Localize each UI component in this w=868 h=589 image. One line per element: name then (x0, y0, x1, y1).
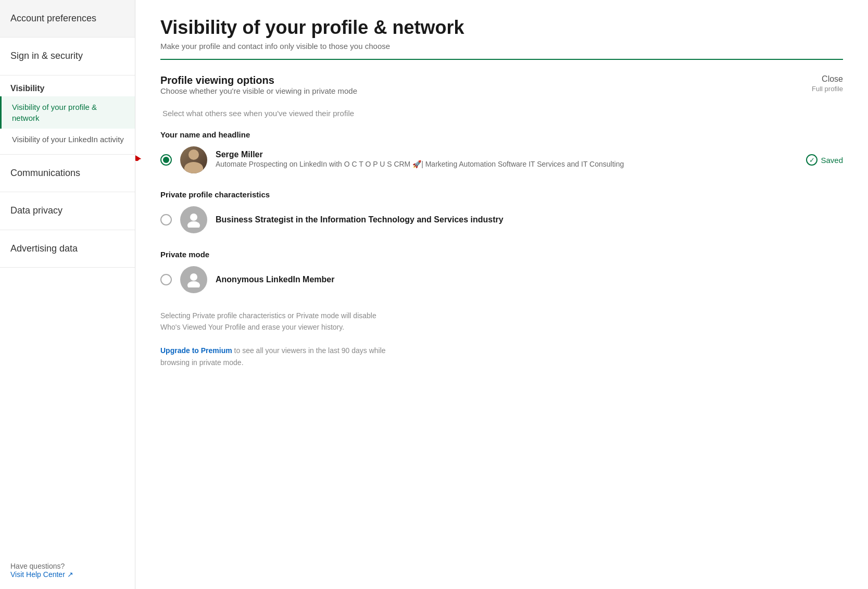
avatar-placeholder-2 (180, 266, 207, 293)
option-info-1: Serge Miller Automate Prospecting on Lin… (216, 150, 798, 170)
option-desc-1: Automate Prospecting on LinkedIn with O … (216, 159, 798, 170)
close-area: Close Full profile (812, 74, 843, 93)
radio-private-mode[interactable] (160, 274, 172, 285)
sidebar-item-advertising-data[interactable]: Advertising data (0, 230, 135, 268)
section-title: Profile viewing options (160, 74, 357, 86)
sidebar-item-data-privacy[interactable]: Data privacy (0, 192, 135, 230)
option-row-2: Business Strategist in the Information T… (160, 206, 843, 233)
footer-note-text: Selecting Private profile characteristic… (160, 310, 525, 333)
upgrade-to-premium-link[interactable]: Upgrade to Premium (160, 346, 232, 355)
sidebar-visibility-label[interactable]: Visibility (0, 76, 135, 96)
sidebar-item-linkedin-activity[interactable]: Visibility of your LinkedIn activity (0, 129, 135, 150)
sidebar: Account preferences Sign in & security V… (0, 0, 135, 589)
option-group-label-1: Your name and headline (160, 130, 843, 139)
sidebar-item-communications[interactable]: Communications (0, 155, 135, 192)
sidebar-help: Have questions? Visit Help Center ↗ (0, 552, 135, 589)
saved-check-icon: ✓ (806, 154, 817, 166)
person-icon-2 (186, 272, 202, 287)
option-group-2: Private profile characteristics Business… (160, 190, 843, 233)
svg-point-4 (190, 273, 197, 281)
option-info-2: Business Strategist in the Information T… (216, 215, 843, 224)
person-icon-1 (186, 212, 202, 228)
footer-note: Selecting Private profile characteristic… (160, 310, 525, 368)
section-divider (160, 59, 843, 60)
svg-point-5 (187, 281, 200, 287)
main-content: Visibility of your profile & network Mak… (135, 0, 868, 589)
red-arrow-svg (135, 146, 150, 172)
option-row-3: Anonymous LinkedIn Member (160, 266, 843, 293)
option-group-1: Your name and headline Serge Miller Auto… (160, 130, 843, 173)
option-group-3: Private mode Anonymous LinkedIn Member (160, 250, 843, 293)
footer-upgrade-text: Upgrade to Premium to see all your viewe… (160, 345, 525, 368)
have-questions-text: Have questions? (10, 562, 65, 570)
close-button[interactable]: Close (812, 74, 843, 84)
option-name-1: Serge Miller (216, 150, 798, 159)
red-arrow-decoration (135, 146, 150, 174)
saved-label: Saved (821, 156, 843, 165)
section-description: Choose whether you're visible or viewing… (160, 86, 357, 95)
saved-badge: ✓ Saved (806, 154, 843, 166)
section-title-area: Profile viewing options Choose whether y… (160, 74, 357, 106)
sidebar-item-profile-network[interactable]: Visibility of your profile & network (0, 96, 135, 129)
page-title: Visibility of your profile & network (160, 17, 843, 39)
full-profile-label: Full profile (812, 85, 843, 93)
svg-marker-1 (135, 154, 141, 161)
option-group-label-2: Private profile characteristics (160, 190, 843, 199)
section-header: Profile viewing options Choose whether y… (160, 74, 843, 106)
sidebar-visibility-section: Visibility Visibility of your profile & … (0, 76, 135, 155)
radio-private-characteristics[interactable] (160, 214, 172, 225)
option-name-3: Anonymous LinkedIn Member (216, 275, 843, 284)
radio-full-profile[interactable] (160, 154, 172, 166)
sidebar-item-account-preferences[interactable]: Account preferences (0, 0, 135, 37)
option-info-3: Anonymous LinkedIn Member (216, 275, 843, 284)
visit-help-center-link[interactable]: Visit Help Center ↗ (10, 570, 124, 579)
sidebar-item-sign-in-security[interactable]: Sign in & security (0, 37, 135, 75)
option-name-2: Business Strategist in the Information T… (216, 215, 843, 224)
option-row-1: Serge Miller Automate Prospecting on Lin… (160, 146, 843, 173)
svg-point-2 (190, 214, 197, 221)
svg-marker-0 (135, 155, 137, 161)
help-center-label: Visit Help Center (10, 570, 65, 579)
avatar-placeholder-1 (180, 206, 207, 233)
option-group-label-3: Private mode (160, 250, 843, 259)
svg-point-3 (187, 221, 200, 228)
select-instruction: Select what others see when you've viewe… (162, 109, 843, 118)
page-subtitle: Make your profile and contact info only … (160, 42, 843, 51)
avatar-serge-miller (180, 146, 207, 173)
external-link-icon: ↗ (67, 570, 73, 579)
